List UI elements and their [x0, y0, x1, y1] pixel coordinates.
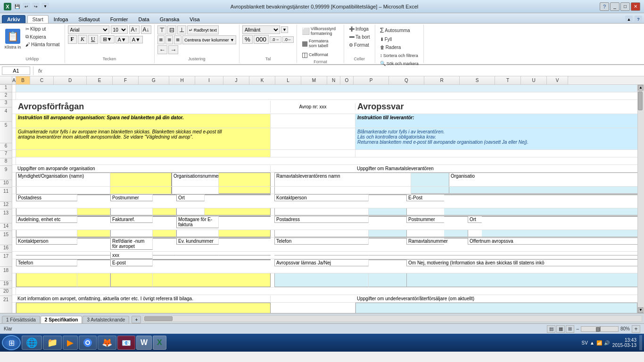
- fill-button[interactable]: ⬇ Fyll: [378, 36, 394, 43]
- cell-reference-box[interactable]: [2, 66, 30, 75]
- row-1[interactable]: 1: [0, 85, 12, 92]
- cell-evkund-val[interactable]: [219, 238, 271, 239]
- scroll-thumb[interactable]: [638, 91, 643, 110]
- col-header-q[interactable]: Q: [389, 76, 424, 84]
- col-header-i[interactable]: I: [195, 76, 223, 84]
- cell-B1[interactable]: [16, 85, 637, 92]
- wrap-text-button[interactable]: ↵ Radbryt text: [187, 25, 219, 34]
- customize-quick-icon[interactable]: ▼: [41, 3, 49, 10]
- row-6[interactable]: 6: [0, 143, 12, 151]
- cell-refdiarie-val[interactable]: [153, 238, 176, 239]
- col-header-u[interactable]: U: [521, 76, 547, 84]
- col-header-e[interactable]: E: [87, 76, 113, 84]
- row-13[interactable]: 13: [0, 209, 12, 223]
- cell-B2[interactable]: [16, 92, 637, 99]
- cell-instruction-yellow-start[interactable]: Instruktion till avropande organisation:…: [16, 114, 271, 128]
- cell-12-c[interactable]: [110, 208, 153, 215]
- sheet-tab-3[interactable]: 3 Avtalstecknande: [83, 316, 129, 323]
- col-header-g[interactable]: G: [139, 76, 169, 84]
- font-name-selector[interactable]: Arial: [68, 25, 109, 34]
- cell-10-yellow1[interactable]: [110, 187, 172, 194]
- cell-mottagare-val[interactable]: [219, 216, 271, 217]
- cell-A12[interactable]: [12, 208, 16, 215]
- row-9[interactable]: 9: [0, 166, 12, 180]
- row-19[interactable]: 19: [0, 281, 12, 288]
- cell-16-e[interactable]: [176, 255, 219, 255]
- corner-header[interactable]: [0, 76, 12, 84]
- sort-filter-button[interactable]: ↕ Sortera och filtrera: [378, 52, 420, 59]
- redo-quick-icon[interactable]: ↪: [32, 3, 40, 10]
- cell-postnummer-right-val[interactable]: [444, 216, 468, 217]
- col-header-l[interactable]: L: [275, 76, 301, 84]
- cell-16-right2[interactable]: [369, 255, 406, 255]
- cell-postadress-right-val[interactable]: [369, 216, 406, 217]
- taskbar-firefox[interactable]: 🦊: [98, 336, 116, 350]
- row-16[interactable]: 16: [0, 245, 12, 253]
- cell-left-title[interactable]: Avropsförfrågan: [16, 101, 271, 113]
- cell-16-right4[interactable]: [444, 255, 468, 255]
- cell-18-right1[interactable]: [274, 273, 369, 287]
- cell-14-right5[interactable]: [468, 230, 482, 237]
- tab-start[interactable]: Start: [27, 15, 49, 23]
- show-desktop-button[interactable]: [639, 335, 642, 350]
- align-bottom-button[interactable]: ⊥: [177, 25, 186, 34]
- row-8[interactable]: 8: [0, 158, 12, 166]
- scroll-up-button[interactable]: ▲: [638, 85, 644, 90]
- cell-A6[interactable]: [12, 150, 16, 157]
- h-scroll-thumb[interactable]: [144, 316, 173, 321]
- zoom-slider-thumb[interactable]: [596, 327, 600, 332]
- cell-14-right1[interactable]: [274, 230, 369, 237]
- row-12[interactable]: 12: [0, 202, 12, 209]
- cell-10-ramavtal[interactable]: [274, 187, 411, 194]
- cell-A14[interactable]: [12, 230, 16, 237]
- format-table-button[interactable]: ▦ Formatera som tabell: [300, 38, 339, 49]
- col-header-a[interactable]: A: [12, 76, 16, 84]
- autosum-button[interactable]: Σ Autosumma: [378, 25, 412, 35]
- help-button[interactable]: ?: [600, 2, 609, 11]
- row-11[interactable]: 11: [0, 188, 12, 202]
- cell-left-section1[interactable]: Uppgifter om avropande organisation: [16, 165, 271, 172]
- close-button[interactable]: ✕: [631, 2, 640, 11]
- cell-right-6[interactable]: [355, 150, 637, 157]
- cell-avdelning-val[interactable]: [77, 216, 110, 217]
- cell-12-right1[interactable]: [274, 208, 369, 215]
- number-format-selector[interactable]: Allmänt: [242, 25, 280, 34]
- cell-16-b[interactable]: [77, 255, 110, 255]
- fill-color-button[interactable]: A▼: [116, 36, 129, 43]
- zoom-slider[interactable]: [581, 326, 619, 332]
- clear-button[interactable]: 🗑 Radera: [378, 44, 403, 51]
- col-header-c[interactable]: C: [30, 76, 54, 84]
- formula-input[interactable]: [46, 66, 642, 75]
- col-header-n[interactable]: N: [327, 76, 340, 84]
- cell-10-left1[interactable]: [16, 187, 110, 194]
- cell-14-d[interactable]: [153, 230, 176, 237]
- vertical-scrollbar[interactable]: ▲ ▼: [637, 85, 644, 313]
- cell-instruction-blue-cont[interactable]: Blåmarkerade rutor fylls i av leverantör…: [355, 128, 637, 149]
- spreadsheet-content[interactable]: Avropsförfrågan Avrop nr: xxx Avropssvar: [12, 85, 637, 313]
- col-header-p[interactable]: P: [354, 76, 389, 84]
- cell-18-right2[interactable]: [369, 273, 406, 287]
- col-header-s[interactable]: S: [460, 76, 495, 84]
- cell-12-right2[interactable]: [369, 208, 406, 215]
- taskbar-ie[interactable]: 🌐: [22, 336, 42, 350]
- cell-avrop-nr[interactable]: Avrop nr: xxx: [271, 103, 355, 110]
- cell-A18[interactable]: [12, 273, 16, 287]
- tab-formler[interactable]: Formler: [105, 15, 133, 23]
- cell-16-c[interactable]: xxx: [110, 252, 153, 259]
- row-2[interactable]: 2: [0, 92, 12, 100]
- cut-button[interactable]: ✂ Klipp ut: [24, 25, 62, 33]
- restore-button[interactable]: □: [620, 2, 630, 11]
- cell-12-right4[interactable]: [444, 208, 637, 215]
- cell-A21[interactable]: [12, 303, 16, 313]
- cell-16-right3[interactable]: [406, 255, 444, 255]
- cell-16-right5[interactable]: [468, 255, 637, 255]
- layout-view-button[interactable]: ▦: [556, 325, 565, 333]
- scroll-down-button[interactable]: ▼: [638, 307, 644, 313]
- decrease-indent-button[interactable]: ←: [157, 45, 167, 54]
- underline-button[interactable]: U: [88, 35, 98, 44]
- normal-view-button[interactable]: ▤: [547, 325, 555, 333]
- ribbon-minimize-icon[interactable]: ▲: [625, 16, 633, 23]
- align-top-button[interactable]: ⊤: [157, 25, 166, 34]
- cell-19-rest[interactable]: [16, 288, 637, 295]
- cell-14-b[interactable]: [77, 230, 110, 237]
